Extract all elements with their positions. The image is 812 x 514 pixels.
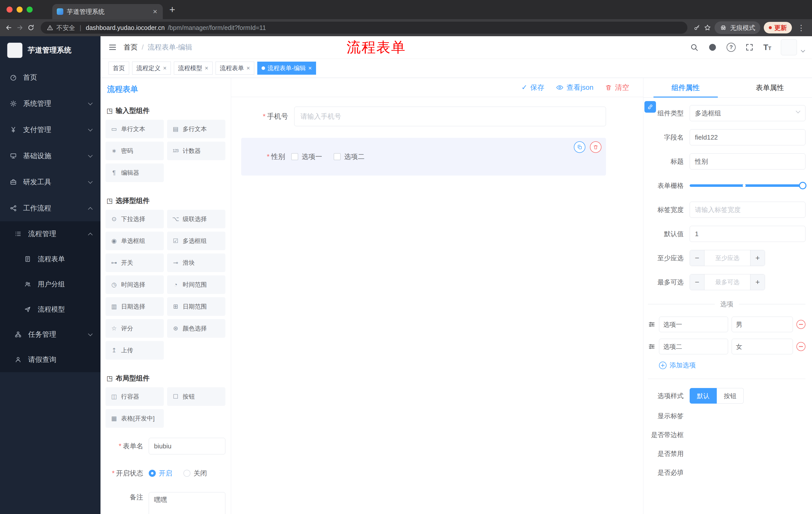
github-icon[interactable] bbox=[708, 43, 717, 52]
palette-item-table[interactable]: ▦表格[开发中] bbox=[106, 409, 164, 428]
increase-button[interactable]: + bbox=[750, 250, 765, 266]
drag-handle-icon[interactable] bbox=[648, 321, 656, 328]
checkbox-icon[interactable] bbox=[334, 153, 341, 160]
bookmark-star-icon[interactable] bbox=[704, 24, 711, 31]
browser-menu-icon[interactable]: ⋮ bbox=[795, 23, 807, 32]
tag-close-icon[interactable]: × bbox=[163, 64, 167, 72]
field-name-input[interactable] bbox=[690, 129, 806, 145]
delete-widget-button[interactable] bbox=[590, 141, 602, 153]
palette-item-date-picker[interactable]: ▥日期选择 bbox=[106, 297, 164, 316]
checkbox-icon[interactable] bbox=[291, 153, 298, 160]
option-value-input[interactable] bbox=[732, 339, 793, 354]
palette-item-counter[interactable]: 123计数器 bbox=[167, 141, 225, 160]
tab-close-icon[interactable]: × bbox=[152, 7, 158, 16]
gender-option-2[interactable]: 选项二 bbox=[334, 152, 365, 161]
palette-item-password[interactable]: ∗密码 bbox=[106, 141, 164, 160]
palette-item-dropdown[interactable]: ⊙下拉选择 bbox=[106, 210, 164, 228]
incognito-chip[interactable]: 无痕模式 bbox=[715, 21, 760, 34]
palette-item-slider[interactable]: ⊸滑块 bbox=[167, 253, 225, 272]
tag-process-definition[interactable]: 流程定义 × bbox=[132, 62, 171, 75]
copy-widget-button[interactable] bbox=[574, 141, 585, 153]
view-json-button[interactable]: 查看json bbox=[556, 83, 593, 92]
option-label-input[interactable] bbox=[659, 339, 728, 354]
palette-item-time-picker[interactable]: ◷时间选择 bbox=[106, 275, 164, 294]
tag-close-icon[interactable]: × bbox=[246, 64, 250, 72]
option-label-input[interactable] bbox=[659, 317, 728, 332]
drag-handle-icon[interactable] bbox=[648, 343, 656, 350]
gender-field-selected[interactable]: 性别 选项一 选项二 bbox=[241, 138, 606, 175]
save-button[interactable]: ✓ 保存 bbox=[521, 83, 544, 92]
decrease-button[interactable]: − bbox=[690, 250, 704, 266]
fullscreen-icon[interactable] bbox=[745, 43, 754, 52]
new-tab-button[interactable]: + bbox=[169, 2, 175, 17]
radio-on[interactable]: 开启 bbox=[149, 469, 172, 478]
sidebar-item-process-model[interactable]: 流程模型 bbox=[0, 297, 100, 322]
default-value-input[interactable] bbox=[690, 226, 806, 242]
sidebar-item-workflow[interactable]: 工作流程 bbox=[0, 195, 100, 221]
max-select-value[interactable]: 最多可选 bbox=[704, 274, 750, 290]
option-value-input[interactable] bbox=[732, 317, 793, 332]
phone-input[interactable] bbox=[294, 107, 606, 126]
palette-item-row-container[interactable]: ◫行容器 bbox=[106, 387, 164, 406]
sidebar-item-system[interactable]: 系统管理 bbox=[0, 90, 100, 117]
title-input[interactable] bbox=[690, 154, 806, 169]
maximize-window-button[interactable] bbox=[27, 6, 33, 12]
tag-close-icon[interactable]: × bbox=[205, 64, 208, 72]
security-label[interactable]: 不安全 bbox=[56, 24, 75, 32]
link-icon[interactable] bbox=[644, 101, 656, 113]
phone-field-row[interactable]: 手机号 bbox=[244, 107, 606, 126]
hamburger-icon[interactable] bbox=[108, 43, 117, 52]
search-icon[interactable] bbox=[690, 43, 698, 52]
form-name-input[interactable] bbox=[149, 438, 225, 454]
tag-process-form[interactable]: 流程表单 × bbox=[215, 62, 254, 75]
grid-slider[interactable] bbox=[690, 178, 806, 194]
palette-item-checkbox-group[interactable]: ☑多选框组 bbox=[167, 232, 225, 250]
palette-item-date-range[interactable]: ⊞日期范围 bbox=[167, 297, 225, 316]
style-default-button[interactable]: 默认 bbox=[690, 388, 717, 404]
reload-icon[interactable] bbox=[27, 24, 35, 31]
palette-item-multi-line-text[interactable]: ▤多行文本 bbox=[167, 120, 225, 138]
tab-form-props[interactable]: 表单属性 bbox=[728, 78, 812, 97]
browser-tab[interactable]: 芋道管理系统 × bbox=[52, 4, 163, 19]
sidebar-item-task-management[interactable]: 任务管理 bbox=[0, 322, 100, 347]
form-remark-textarea[interactable]: 嘿嘿 bbox=[149, 492, 225, 514]
breadcrumb-home[interactable]: 首页 bbox=[124, 43, 138, 52]
remove-option-button[interactable] bbox=[796, 320, 806, 329]
help-icon[interactable]: ? bbox=[727, 43, 736, 52]
sidebar-item-process-form[interactable]: 流程表单 bbox=[0, 246, 100, 272]
font-size-icon[interactable]: TT bbox=[763, 43, 771, 52]
palette-item-color-picker[interactable]: ⊛颜色选择 bbox=[167, 319, 225, 338]
update-button[interactable]: 更新 bbox=[764, 22, 792, 33]
palette-item-single-line-text[interactable]: ▭单行文本 bbox=[106, 120, 164, 138]
tag-home[interactable]: 首页 bbox=[109, 62, 129, 75]
palette-item-switch[interactable]: ⊶开关 bbox=[106, 253, 164, 272]
palette-item-rate[interactable]: ☆评分 bbox=[106, 319, 164, 338]
min-select-value[interactable]: 至少应选 bbox=[704, 250, 750, 266]
sidebar-item-process-management[interactable]: 流程管理 bbox=[0, 221, 100, 246]
sidebar-item-leave-query[interactable]: 请假查询 bbox=[0, 347, 100, 372]
sidebar-item-devtools[interactable]: 研发工具 bbox=[0, 169, 100, 195]
sidebar-item-infrastructure[interactable]: 基础设施 bbox=[0, 143, 100, 169]
sidebar-logo[interactable]: 芋道管理系统 bbox=[0, 36, 100, 64]
label-width-input[interactable] bbox=[690, 202, 806, 218]
tab-component-props[interactable]: 组件属性 bbox=[643, 78, 728, 97]
increase-button[interactable]: + bbox=[750, 274, 765, 290]
sidebar-item-payment[interactable]: 支付管理 bbox=[0, 117, 100, 143]
forward-icon[interactable] bbox=[16, 24, 24, 31]
palette-item-button[interactable]: ☐按钮 bbox=[167, 387, 225, 406]
address-bar[interactable]: 不安全 | dashboard.yudao.iocoder.cn/bpm/man… bbox=[41, 22, 687, 34]
palette-item-upload[interactable]: ↥上传 bbox=[106, 341, 164, 360]
avatar-caret-icon[interactable] bbox=[801, 48, 805, 53]
close-window-button[interactable] bbox=[6, 6, 12, 12]
remove-option-button[interactable] bbox=[796, 342, 806, 351]
avatar[interactable] bbox=[781, 39, 797, 55]
clear-button[interactable]: 清空 bbox=[605, 83, 629, 92]
password-key-icon[interactable] bbox=[693, 24, 700, 31]
slider-handle[interactable] bbox=[799, 182, 807, 189]
tag-close-icon[interactable]: × bbox=[308, 64, 312, 72]
back-icon[interactable] bbox=[5, 24, 12, 31]
style-button-button[interactable]: 按钮 bbox=[717, 388, 744, 404]
palette-item-editor[interactable]: ¶编辑器 bbox=[106, 163, 164, 182]
tag-process-form-edit[interactable]: 流程表单-编辑 × bbox=[257, 62, 316, 75]
tag-process-model[interactable]: 流程模型 × bbox=[174, 62, 212, 75]
